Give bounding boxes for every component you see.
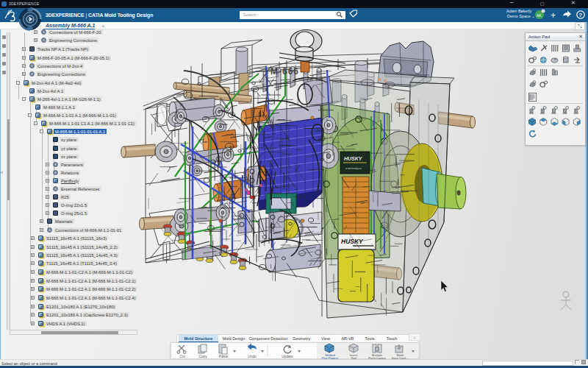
svg-text:HUSKY: HUSKY (344, 156, 363, 161)
svg-text:www.husky.ca: www.husky.ca (345, 167, 362, 170)
svg-text:Copy: Copy (198, 355, 207, 358)
svg-text:Undo: Undo (248, 355, 257, 358)
svg-text:Update: Update (282, 355, 293, 358)
svg-text:HUSKY: HUSKY (341, 238, 364, 245)
svg-text:M-666: M-666 (270, 66, 299, 77)
svg-text:Cut: Cut (179, 355, 185, 358)
svg-text:Paste: Paste (219, 355, 229, 358)
